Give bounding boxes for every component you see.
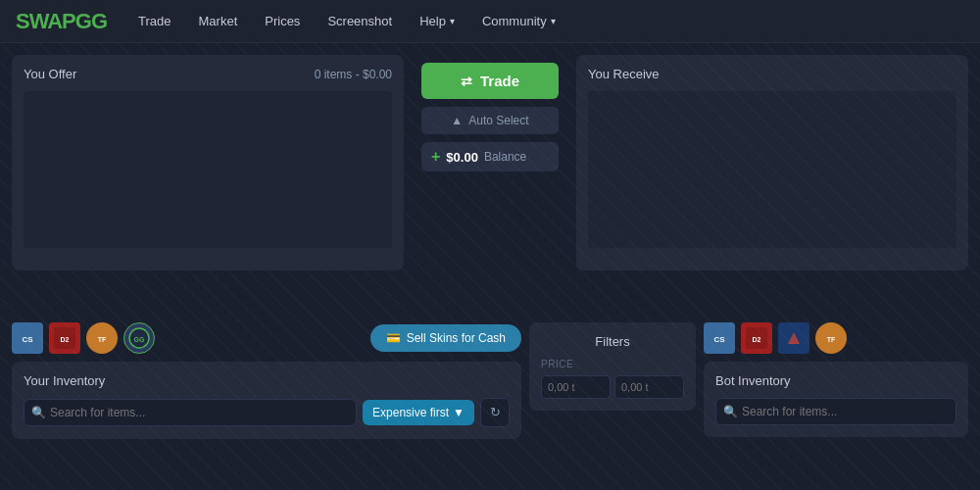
svg-text:GG: GG [134, 336, 145, 343]
balance-plus-icon[interactable]: + [431, 148, 440, 166]
inventory-refresh-button[interactable]: ↻ [480, 398, 510, 427]
logo[interactable]: SWAPGG [16, 9, 107, 34]
balance-label: Balance [484, 150, 526, 164]
bot-inventory-title: Bot Inventory [715, 373, 956, 388]
offer-count: 0 items - $0.00 [315, 68, 392, 81]
nav-market[interactable]: Market [187, 8, 250, 34]
bot-csgo-svg-icon: CS [709, 327, 730, 349]
game-icon-dota2[interactable]: D2 [49, 322, 80, 354]
logo-text-green: GG [75, 9, 107, 33]
offer-header: You Offer 0 items - $0.00 [24, 67, 392, 81]
bot-game-icon-tf2[interactable]: TF [815, 322, 847, 354]
nav-help[interactable]: Help ▾ [408, 8, 466, 34]
inventory-search-input[interactable] [24, 399, 357, 426]
refresh-icon: ↻ [490, 405, 501, 419]
auto-select-icon: ▲ [451, 114, 463, 127]
swapgg-svg-icon: GG [128, 327, 150, 349]
receive-title: You Receive [588, 67, 660, 81]
bot-dota-alt-svg-icon [783, 327, 805, 349]
inventory-search-wrapper: 🔍 [24, 399, 357, 426]
balance-row: + $0.00 Balance [421, 142, 559, 172]
bot-game-icons-bar: CS D2 TF [704, 322, 968, 354]
nav-trade[interactable]: Trade [126, 8, 182, 34]
navbar: SWAPGG Trade Market Prices Screenshot He… [0, 0, 980, 43]
bot-inventory-card: Bot Inventory 🔍 [704, 362, 968, 437]
nav-prices[interactable]: Prices [253, 8, 312, 34]
inventory-card: Your Inventory 🔍 Expensive first ▼ ↻ [12, 362, 521, 439]
svg-text:TF: TF [98, 336, 107, 343]
dota2-svg-icon: D2 [54, 327, 75, 349]
svg-text:TF: TF [827, 336, 836, 343]
trade-button[interactable]: ⇄ Trade [421, 63, 559, 99]
inventory-sort-dropdown[interactable]: Expensive first ▼ [363, 400, 474, 425]
inventory-search-icon: 🔍 [31, 406, 46, 419]
game-icon-tf2[interactable]: TF [86, 322, 118, 354]
bot-game-icon-csgo[interactable]: CS [704, 322, 735, 354]
inventory-section: CS D2 TF GG 💳 Sell Skins for Cash Your [12, 322, 521, 439]
receive-empty-area [588, 91, 956, 248]
filters-title: Filters [541, 334, 684, 349]
offer-panel: You Offer 0 items - $0.00 [12, 55, 404, 270]
trade-button-label: Trade [480, 73, 519, 89]
center-controls: ⇄ Trade ▲ Auto Select + $0.00 Balance [412, 55, 568, 172]
svg-text:D2: D2 [753, 336, 761, 343]
balance-amount: $0.00 [446, 150, 478, 165]
inventory-search-sort-row: 🔍 Expensive first ▼ ↻ [24, 398, 510, 427]
bot-dota2-svg-icon: D2 [746, 327, 767, 349]
price-max-input[interactable] [614, 375, 684, 399]
filters-section: Filters PRICE [529, 322, 696, 411]
svg-text:CS: CS [713, 335, 725, 344]
bot-search-sort-row: 🔍 [715, 398, 956, 425]
bot-tf2-svg-icon: TF [820, 327, 842, 349]
sell-skins-label: Sell Skins for Cash [407, 331, 506, 345]
tf2-svg-icon: TF [91, 327, 113, 349]
auto-select-button[interactable]: ▲ Auto Select [421, 107, 559, 134]
game-icon-csgo[interactable]: CS [12, 322, 43, 354]
svg-text:D2: D2 [61, 336, 70, 343]
nav-screenshot[interactable]: Screenshot [316, 8, 404, 34]
price-min-input[interactable] [541, 375, 611, 399]
receive-panel: You Receive [576, 55, 968, 270]
help-chevron-icon: ▾ [450, 16, 455, 26]
offer-title: You Offer [24, 67, 76, 81]
bot-search-wrapper: 🔍 [715, 398, 956, 425]
price-inputs-row [541, 375, 684, 399]
sell-skins-icon: 💳 [386, 331, 401, 345]
bot-search-icon: 🔍 [723, 405, 738, 418]
bot-game-icon-dota-alt[interactable] [778, 322, 809, 354]
nav-community[interactable]: Community ▾ [470, 8, 567, 34]
inventory-title: Your Inventory [24, 373, 510, 388]
top-row: You Offer 0 items - $0.00 ⇄ Trade ▲ Auto… [0, 43, 980, 313]
price-filter-label: PRICE [541, 359, 684, 369]
inventory-sort-label: Expensive first [372, 406, 449, 419]
svg-text:CS: CS [22, 335, 33, 344]
offer-empty-area [24, 91, 392, 248]
bot-section: CS D2 TF Bot Inventory 🔍 [704, 322, 968, 437]
csgo-svg-icon: CS [17, 327, 38, 349]
receive-header: You Receive [588, 67, 956, 81]
inventory-sort-chevron-icon: ▼ [453, 406, 465, 419]
game-icon-swapgg[interactable]: GG [123, 322, 155, 354]
trade-icon: ⇄ [461, 74, 472, 89]
bottom-row: CS D2 TF GG 💳 Sell Skins for Cash Your [0, 313, 980, 491]
community-chevron-icon: ▾ [551, 16, 556, 26]
bot-game-icon-dota2[interactable]: D2 [741, 322, 772, 354]
auto-select-label: Auto Select [468, 114, 528, 127]
bot-search-input[interactable] [715, 398, 956, 425]
sell-skins-button[interactable]: 💳 Sell Skins for Cash [370, 324, 521, 352]
inventory-game-icons-bar: CS D2 TF GG 💳 Sell Skins for Cash [12, 322, 521, 354]
main-area: You Offer 0 items - $0.00 ⇄ Trade ▲ Auto… [0, 43, 980, 490]
logo-text-white: SWAP [16, 9, 75, 33]
